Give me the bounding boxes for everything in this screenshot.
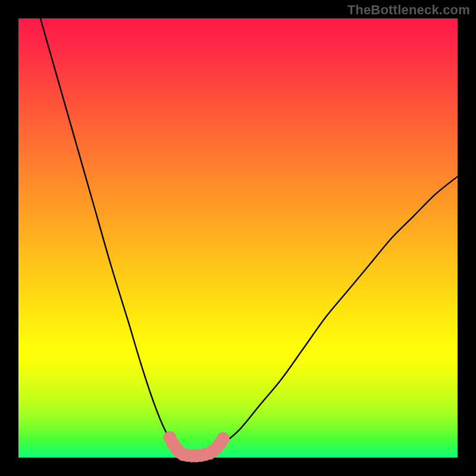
chart-svg [18, 18, 458, 458]
bottleneck-curve-path [40, 18, 458, 456]
bottleneck-curve [40, 18, 458, 456]
chart-plot-area [18, 18, 458, 458]
chart-frame: TheBottleneck.com [0, 0, 476, 476]
curve-marker [217, 432, 230, 445]
watermark-label: TheBottleneck.com [347, 2, 470, 18]
curve-markers [164, 431, 230, 462]
